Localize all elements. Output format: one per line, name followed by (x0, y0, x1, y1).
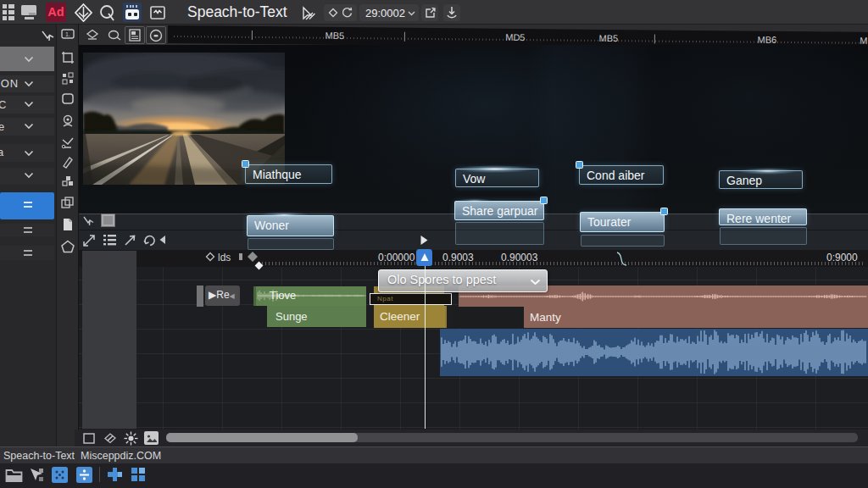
svg-text:1.: 1. (65, 31, 70, 37)
